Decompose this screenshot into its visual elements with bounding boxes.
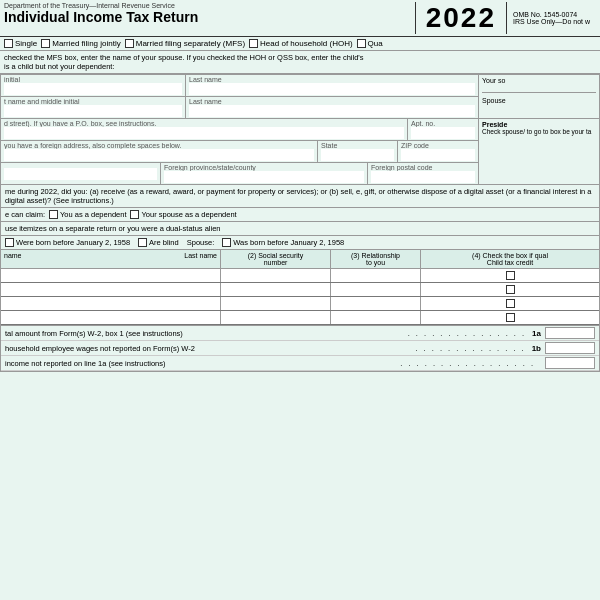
dep-ssn-input-1[interactable] <box>224 271 327 280</box>
spouse-last-label: Last name <box>189 98 475 105</box>
dep-ctc-3[interactable] <box>421 297 599 310</box>
form-title: Individual Income Tax Return <box>4 9 415 25</box>
foreign-postal-label: Foreign postal code <box>371 164 475 171</box>
dep-name-4[interactable] <box>1 311 221 324</box>
dep-ssn-label: (2) Social security <box>224 252 327 259</box>
street-row: d street). If you have a P.O. box, see i… <box>1 119 478 141</box>
filing-qss[interactable]: Qua <box>357 39 383 48</box>
last-name-input-1[interactable] <box>189 83 475 95</box>
zip-input[interactable] <box>401 149 475 161</box>
digital-asset-text: me during 2022, did you: (a) receive (as… <box>5 187 595 205</box>
dep-row-3 <box>1 297 599 311</box>
zip-cell: ZIP code <box>398 141 478 162</box>
dep-rel-3[interactable] <box>331 297 421 310</box>
dep-name-input-2[interactable] <box>4 285 217 294</box>
dep-rel-2[interactable] <box>331 283 421 296</box>
state-input[interactable] <box>321 149 394 161</box>
dep-ctc-1[interactable] <box>421 269 599 282</box>
dep-ssn-2[interactable] <box>221 283 331 296</box>
tax-form-page: Department of the Treasury—Internal Reve… <box>0 0 600 600</box>
address-section: d street). If you have a P.O. box, see i… <box>1 119 599 185</box>
city-label: you have a foreign address, also complet… <box>4 142 314 149</box>
you-dependent-item[interactable]: You as a dependent <box>49 210 126 219</box>
header-right: OMB No. 1545-0074 IRS Use Only—Do not w <box>507 2 596 34</box>
single-checkbox[interactable] <box>4 39 13 48</box>
dep-rel-input-3[interactable] <box>334 299 417 308</box>
address-left: d street). If you have a P.O. box, see i… <box>1 119 479 184</box>
spouse-dependent-item[interactable]: Your spouse as a dependent <box>130 210 236 219</box>
foreign-province-label: Foreign province/state/county <box>164 164 364 171</box>
dep-ssn-input-3[interactable] <box>224 299 327 308</box>
spouse-first-input[interactable] <box>4 105 182 117</box>
spouse-last-cell: Last name <box>186 97 478 118</box>
tax-year: 2022 <box>426 2 496 34</box>
are-blind-item[interactable]: Are blind <box>138 238 179 247</box>
filing-single[interactable]: Single <box>4 39 37 48</box>
first-initial-input[interactable] <box>4 83 182 95</box>
dep-ctc-2[interactable] <box>421 283 599 296</box>
income-1b-dots: . . . . . . . . . . . . . . <box>415 344 525 353</box>
city-input[interactable] <box>4 149 314 161</box>
hoh-checkbox[interactable] <box>249 39 258 48</box>
dep-name-input-4[interactable] <box>4 313 217 322</box>
foreign-postal-cell: Foreign postal code <box>368 163 478 184</box>
income-1b-box[interactable] <box>545 342 595 354</box>
spouse-dependent-label: Your spouse as a dependent <box>141 210 236 219</box>
dep-name-2[interactable] <box>1 283 221 296</box>
you-dependent-checkbox[interactable] <box>49 210 58 219</box>
apt-input[interactable] <box>411 127 475 139</box>
filing-hoh[interactable]: Head of household (HOH) <box>249 39 353 48</box>
info-row: checked the MFS box, enter the name of y… <box>0 51 600 74</box>
dep-name-1[interactable] <box>1 269 221 282</box>
income-1a-dots: . . . . . . . . . . . . . . . <box>408 329 526 338</box>
dep-ssn-1[interactable] <box>221 269 331 282</box>
mfs-checkbox[interactable] <box>125 39 134 48</box>
dep-ssn-input-4[interactable] <box>224 313 327 322</box>
street-input[interactable] <box>4 127 404 139</box>
dep-name-input-1[interactable] <box>4 271 217 280</box>
form-header: Department of the Treasury—Internal Reve… <box>0 0 600 37</box>
spouse-born-checkbox[interactable] <box>222 238 231 247</box>
qss-checkbox[interactable] <box>357 39 366 48</box>
blind-checkbox[interactable] <box>138 238 147 247</box>
dep-name-input-3[interactable] <box>4 299 217 308</box>
dep-ctc-checkbox-3[interactable] <box>506 299 515 308</box>
dep-lastname-sub-label: Last name <box>184 252 217 259</box>
spouse-born-label: Was born before January 2, 1958 <box>233 238 344 247</box>
spouse-born-item[interactable]: Was born before January 2, 1958 <box>222 238 344 247</box>
dep-rel-input-4[interactable] <box>334 313 417 322</box>
dep-rel-input-1[interactable] <box>334 271 417 280</box>
dep-rel-1[interactable] <box>331 269 421 282</box>
dep-ctc-checkbox-4[interactable] <box>506 313 515 322</box>
dep-ssn-3[interactable] <box>221 297 331 310</box>
last-name-cell-1: Last name <box>186 75 478 96</box>
you-dependent-label: You as a dependent <box>60 210 126 219</box>
dep-ssn-input-2[interactable] <box>224 285 327 294</box>
income-section: tal amount from Form(s) W-2, box 1 (see … <box>1 326 599 371</box>
dep-ctc-checkbox-1[interactable] <box>506 271 515 280</box>
dep-ctc-4[interactable] <box>421 311 599 324</box>
income-1a-box[interactable] <box>545 327 595 339</box>
claim-label: e can claim: <box>5 210 45 219</box>
spouse-last-input[interactable] <box>189 105 475 117</box>
filing-mfj[interactable]: Married filing jointly <box>41 39 120 48</box>
state-cell: State <box>318 141 398 162</box>
born-before-1958[interactable]: Were born before January 2, 1958 <box>5 238 130 247</box>
single-label: Single <box>15 39 37 48</box>
foreign-province-input[interactable] <box>164 171 364 183</box>
foreign-country-input[interactable] <box>4 168 157 180</box>
dep-ctc-label: (4) Check the box if qual <box>424 252 596 259</box>
income-1c-box[interactable] <box>545 357 595 369</box>
dep-ssn-4[interactable] <box>221 311 331 324</box>
dep-rel-input-2[interactable] <box>334 285 417 294</box>
dep-row-4 <box>1 311 599 325</box>
dep-name-3[interactable] <box>1 297 221 310</box>
mfj-checkbox[interactable] <box>41 39 50 48</box>
dep-ctc-checkbox-2[interactable] <box>506 285 515 294</box>
filing-mfs[interactable]: Married filing separately (MFS) <box>125 39 245 48</box>
born-1958-checkbox[interactable] <box>5 238 14 247</box>
foreign-postal-input[interactable] <box>371 171 475 183</box>
dependent-claim-row: e can claim: You as a dependent Your spo… <box>1 208 599 222</box>
dep-rel-4[interactable] <box>331 311 421 324</box>
spouse-dependent-checkbox[interactable] <box>130 210 139 219</box>
